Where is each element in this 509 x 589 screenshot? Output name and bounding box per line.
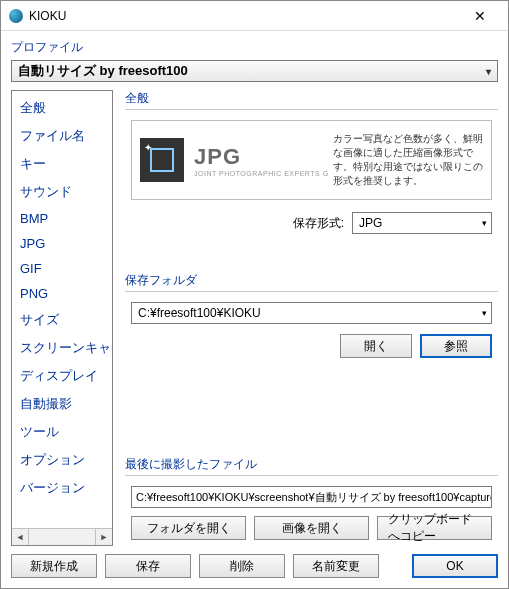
save-format-select[interactable]: JPG ▾: [352, 212, 492, 234]
last-file-field[interactable]: C:¥freesoft100¥KIOKU¥screenshot¥自動リサイズ b…: [131, 486, 492, 508]
sidebar-hscrollbar[interactable]: ◄ ►: [12, 528, 112, 545]
save-button[interactable]: 保存: [105, 554, 191, 578]
divider: [125, 109, 498, 110]
scroll-left-icon[interactable]: ◄: [12, 529, 29, 545]
profile-label: プロファイル: [11, 39, 498, 56]
sidebar-item-sound[interactable]: サウンド: [12, 178, 112, 206]
format-desc: カラー写真など色数が多く、鮮明な画像に適した圧縮画像形式です。特別な用途ではない…: [333, 132, 483, 188]
open-folder-button[interactable]: 開く: [340, 334, 412, 358]
sidebar-item-general[interactable]: 全般: [12, 94, 112, 122]
save-format-label: 保存形式:: [293, 215, 344, 232]
close-icon[interactable]: ✕: [460, 8, 500, 24]
sidebar-item-size[interactable]: サイズ: [12, 306, 112, 334]
rename-button[interactable]: 名前変更: [293, 554, 379, 578]
chevron-down-icon: ▾: [486, 66, 491, 77]
ok-button[interactable]: OK: [412, 554, 498, 578]
profile-value: 自動リサイズ by freesoft100: [18, 62, 188, 80]
titlebar: KIOKU ✕: [1, 1, 508, 31]
sidebar-item-autoshoot[interactable]: 自動撮影: [12, 390, 112, 418]
chevron-down-icon: ▾: [482, 308, 487, 318]
browse-button[interactable]: 参照: [420, 334, 492, 358]
sidebar-item-png[interactable]: PNG: [12, 281, 112, 306]
format-sub: JOINT PHOTOGRAPHIC EXPERTS G: [194, 170, 329, 177]
section-title: 全般: [125, 90, 498, 107]
format-preview: JPG JOINT PHOTOGRAPHIC EXPERTS G カラー写真など…: [131, 120, 492, 200]
format-big: JPG: [194, 144, 329, 170]
scroll-right-icon[interactable]: ►: [95, 529, 112, 545]
new-button[interactable]: 新規作成: [11, 554, 97, 578]
last-file-label: 最後に撮影したファイル: [125, 456, 498, 473]
sidebar-item-gif[interactable]: GIF: [12, 256, 112, 281]
sidebar: 全般 ファイル名 キー サウンド BMP JPG GIF PNG サイズ スクリ…: [11, 90, 113, 546]
profile-combo[interactable]: 自動リサイズ by freesoft100 ▾: [11, 60, 498, 82]
sidebar-item-key[interactable]: キー: [12, 150, 112, 178]
open-folder-button-2[interactable]: フォルダを開く: [131, 516, 246, 540]
save-folder-label: 保存フォルダ: [125, 272, 498, 289]
open-image-button[interactable]: 画像を開く: [254, 516, 369, 540]
window-title: KIOKU: [29, 9, 460, 23]
sidebar-item-bmp[interactable]: BMP: [12, 206, 112, 231]
delete-button[interactable]: 削除: [199, 554, 285, 578]
jpg-icon: [140, 138, 184, 182]
divider: [125, 291, 498, 292]
chevron-down-icon: ▾: [482, 218, 487, 228]
sidebar-item-display[interactable]: ディスプレイ: [12, 362, 112, 390]
sidebar-item-option[interactable]: オプション: [12, 446, 112, 474]
sidebar-item-tool[interactable]: ツール: [12, 418, 112, 446]
copy-clipboard-button[interactable]: クリップボードへコピー: [377, 516, 492, 540]
sidebar-item-screencap[interactable]: スクリーンキャプ: [12, 334, 112, 362]
bottom-bar: 新規作成 保存 削除 名前変更 OK: [1, 546, 508, 588]
sidebar-item-jpg[interactable]: JPG: [12, 231, 112, 256]
app-icon: [9, 9, 23, 23]
save-folder-combo[interactable]: C:¥freesoft100¥KIOKU ▾: [131, 302, 492, 324]
sidebar-item-version[interactable]: バージョン: [12, 474, 112, 502]
divider: [125, 475, 498, 476]
sidebar-item-filename[interactable]: ファイル名: [12, 122, 112, 150]
